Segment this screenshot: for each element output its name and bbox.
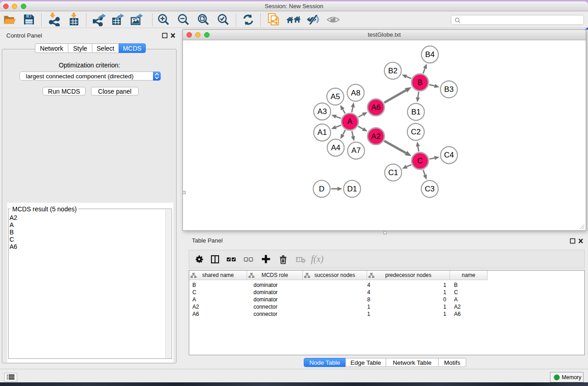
svg-text:A7: A7 (351, 146, 361, 155)
svg-text:C: C (417, 157, 423, 165)
svg-text:B3: B3 (444, 85, 454, 94)
svg-text:A5: A5 (330, 92, 340, 101)
svg-text:D: D (319, 185, 324, 193)
svg-text:A6: A6 (371, 103, 381, 112)
svg-text:B4: B4 (425, 50, 435, 59)
svg-text:A4: A4 (331, 143, 340, 152)
svg-text:B1: B1 (411, 108, 421, 116)
svg-text:A3: A3 (317, 107, 327, 116)
svg-text:C2: C2 (411, 128, 421, 136)
svg-text:A1: A1 (317, 128, 327, 137)
svg-text:B2: B2 (388, 67, 397, 75)
svg-text:A8: A8 (351, 89, 360, 97)
svg-text:A2: A2 (371, 132, 381, 141)
svg-text:B: B (417, 78, 422, 87)
svg-text:D1: D1 (347, 185, 357, 193)
svg-text:C3: C3 (425, 185, 435, 193)
svg-text:A: A (347, 117, 353, 126)
svg-text:C1: C1 (388, 168, 398, 177)
svg-text:C4: C4 (444, 151, 454, 159)
